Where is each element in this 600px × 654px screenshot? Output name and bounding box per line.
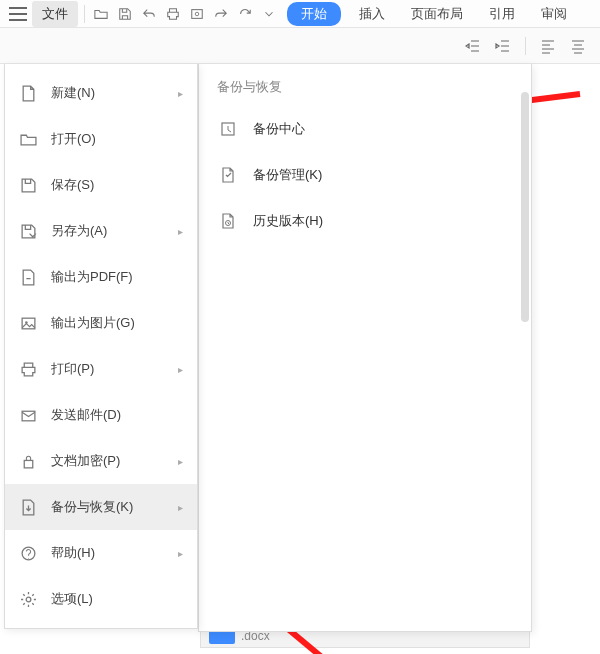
save-icon [19, 176, 37, 194]
indent-increase-icon[interactable] [491, 34, 515, 58]
menu-export-image[interactable]: 输出为图片(G) [5, 300, 197, 346]
tab-references[interactable]: 引用 [481, 2, 523, 26]
svg-rect-5 [24, 460, 33, 467]
menu-label: 备份与恢复(K) [51, 498, 164, 516]
save-icon[interactable] [115, 4, 135, 24]
menu-help[interactable]: 帮助(H) ▸ [5, 530, 197, 576]
menu-save[interactable]: 保存(S) [5, 162, 197, 208]
quick-access-toolbar [91, 4, 279, 24]
menu-label: 打印(P) [51, 360, 164, 378]
svg-point-7 [26, 597, 31, 602]
submenu-backup-center[interactable]: 备份中心 [199, 106, 531, 152]
tab-start[interactable]: 开始 [287, 2, 341, 26]
submenu-title: 备份与恢复 [199, 64, 531, 106]
folder-open-icon [19, 130, 37, 148]
save-as-icon [19, 222, 37, 240]
backup-icon [19, 498, 37, 516]
menu-options[interactable]: 选项(L) [5, 576, 197, 622]
menu-open[interactable]: 打开(O) [5, 116, 197, 162]
backup-submenu: 备份与恢复 备份中心 备份管理(K) 历史版本(H) [198, 64, 532, 632]
tab-layout[interactable]: 页面布局 [403, 2, 471, 26]
chevron-right-icon: ▸ [178, 502, 183, 513]
menu-new[interactable]: 新建(N) ▸ [5, 70, 197, 116]
dropdown-icon[interactable] [259, 4, 279, 24]
menu-label: 发送邮件(D) [51, 406, 183, 424]
chevron-right-icon: ▸ [178, 226, 183, 237]
menu-label: 新建(N) [51, 84, 164, 102]
submenu-label: 备份中心 [253, 120, 305, 138]
menu-label: 打开(O) [51, 130, 183, 148]
hamburger-icon[interactable] [6, 3, 30, 25]
menu-file[interactable]: 文件 [32, 1, 78, 27]
svg-rect-0 [192, 9, 203, 18]
menu-label: 选项(L) [51, 590, 183, 608]
chevron-right-icon: ▸ [178, 88, 183, 99]
print-icon[interactable] [163, 4, 183, 24]
submenu-scrollbar[interactable] [521, 92, 529, 625]
menu-label: 保存(S) [51, 176, 183, 194]
scrollbar-thumb[interactable] [521, 92, 529, 322]
menu-backup-restore[interactable]: 备份与恢复(K) ▸ [5, 484, 197, 530]
chevron-right-icon: ▸ [178, 364, 183, 375]
separator [525, 37, 526, 55]
submenu-label: 备份管理(K) [253, 166, 322, 184]
top-toolbar: 文件 开始 插入 页面布局 引用 审阅 [0, 0, 600, 28]
history-icon [219, 212, 237, 230]
submenu-label: 历史版本(H) [253, 212, 323, 230]
backup-manage-icon [219, 166, 237, 184]
preview-icon[interactable] [187, 4, 207, 24]
gear-icon [19, 590, 37, 608]
pdf-icon [19, 268, 37, 286]
ribbon-tabs: 开始 插入 页面布局 引用 审阅 [287, 2, 575, 26]
align-left-icon[interactable] [536, 34, 560, 58]
redo-icon[interactable] [235, 4, 255, 24]
chevron-right-icon: ▸ [178, 548, 183, 559]
print-icon [19, 360, 37, 378]
chevron-right-icon: ▸ [178, 456, 183, 467]
menu-label: 另存为(A) [51, 222, 164, 240]
lock-icon [19, 452, 37, 470]
indent-decrease-icon[interactable] [461, 34, 485, 58]
image-icon [19, 314, 37, 332]
secondary-toolbar [0, 28, 600, 64]
menu-export-pdf[interactable]: 输出为PDF(F) [5, 254, 197, 300]
menu-label: 输出为图片(G) [51, 314, 183, 332]
undo-icon[interactable] [139, 4, 159, 24]
svg-point-1 [195, 12, 199, 16]
open-icon[interactable] [91, 4, 111, 24]
menu-encrypt[interactable]: 文档加密(P) ▸ [5, 438, 197, 484]
backup-center-icon [219, 120, 237, 138]
menu-label: 输出为PDF(F) [51, 268, 183, 286]
help-icon [19, 544, 37, 562]
tab-insert[interactable]: 插入 [351, 2, 393, 26]
menu-send-mail[interactable]: 发送邮件(D) [5, 392, 197, 438]
menu-label: 帮助(H) [51, 544, 164, 562]
work-area: 新建(N) ▸ 打开(O) 保存(S) 另存为(A) ▸ 输出为PDF(F) 输… [0, 64, 600, 654]
new-file-icon [19, 84, 37, 102]
svg-rect-2 [22, 318, 35, 329]
separator [84, 5, 85, 23]
menu-print[interactable]: 打印(P) ▸ [5, 346, 197, 392]
submenu-backup-manage[interactable]: 备份管理(K) [199, 152, 531, 198]
menu-label: 文档加密(P) [51, 452, 164, 470]
mail-icon [19, 406, 37, 424]
file-menu: 新建(N) ▸ 打开(O) 保存(S) 另存为(A) ▸ 输出为PDF(F) 输… [4, 64, 198, 629]
redo-dropdown-icon[interactable] [211, 4, 231, 24]
submenu-history[interactable]: 历史版本(H) [199, 198, 531, 244]
tab-review[interactable]: 审阅 [533, 2, 575, 26]
align-center-icon[interactable] [566, 34, 590, 58]
menu-save-as[interactable]: 另存为(A) ▸ [5, 208, 197, 254]
